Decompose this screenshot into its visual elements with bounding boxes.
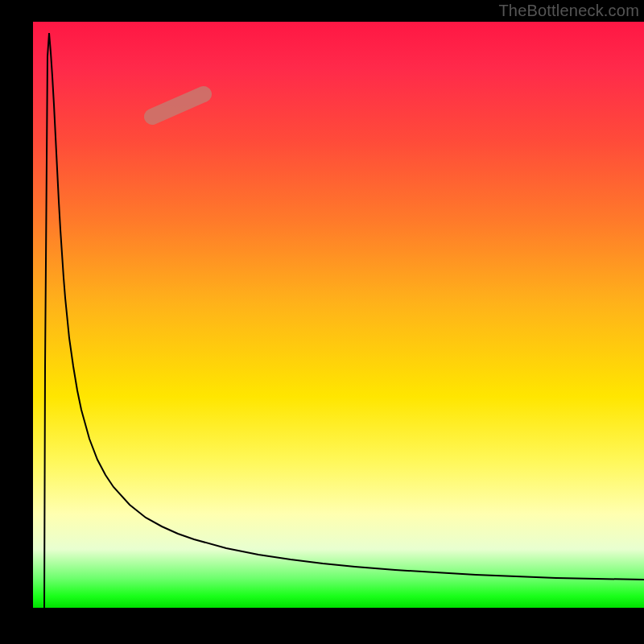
watermark-text: TheBottleneck.com [498,2,639,20]
chart-gradient-background [33,22,644,608]
